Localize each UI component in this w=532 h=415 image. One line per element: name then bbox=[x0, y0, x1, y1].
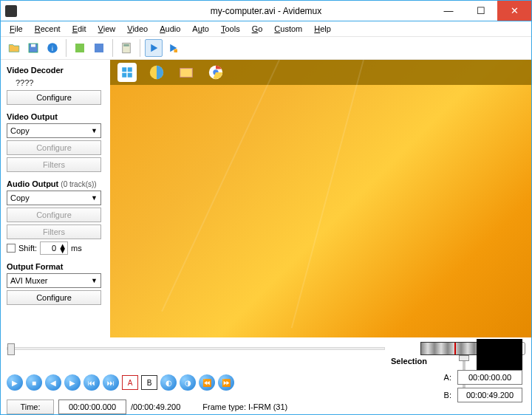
selection-title: Selection bbox=[391, 357, 522, 366]
menu-bar: File Recent Edit View Video Audio Auto T… bbox=[1, 21, 531, 36]
svg-rect-9 bbox=[122, 67, 126, 72]
open-icon[interactable] bbox=[5, 39, 23, 57]
menu-video[interactable]: Video bbox=[123, 24, 152, 34]
svg-text:i: i bbox=[52, 46, 53, 52]
output-format-title: Output Format bbox=[7, 262, 104, 271]
shift-unit: ms bbox=[71, 244, 82, 253]
play-icon[interactable] bbox=[145, 39, 163, 57]
svg-rect-1 bbox=[31, 44, 35, 47]
minimize-button[interactable]: — bbox=[432, 1, 465, 21]
video-configure-button[interactable]: Configure bbox=[7, 140, 101, 155]
audio-output-title: Audio Output (0 track(s)) bbox=[7, 179, 104, 188]
menu-custom[interactable]: Custom bbox=[270, 24, 307, 34]
video-output-title: Video Output bbox=[7, 112, 104, 121]
app-icon bbox=[5, 5, 17, 17]
browser-icon bbox=[147, 63, 166, 82]
video-preview bbox=[110, 60, 531, 337]
info-icon[interactable]: i bbox=[44, 39, 61, 57]
decoder-configure-button[interactable]: Configure bbox=[7, 90, 101, 105]
svg-rect-10 bbox=[128, 67, 132, 72]
video-filters-button[interactable]: Filters bbox=[7, 157, 101, 172]
folder-app-icon bbox=[177, 63, 196, 82]
time-button[interactable]: Time: bbox=[7, 399, 54, 414]
save-icon[interactable] bbox=[24, 39, 42, 57]
chrome-icon bbox=[206, 63, 225, 82]
format-configure-button[interactable]: Configure bbox=[7, 290, 101, 305]
next-keyframe-button[interactable]: ⏭ bbox=[103, 374, 119, 391]
menu-help[interactable]: Help bbox=[310, 24, 335, 34]
title-bar: my-computer.avi - Avidemux — ☐ ✕ bbox=[1, 1, 531, 21]
calculator-icon[interactable] bbox=[117, 39, 135, 57]
menu-edit[interactable]: Edit bbox=[68, 24, 91, 34]
menu-auto[interactable]: Auto bbox=[188, 24, 214, 34]
audio-configure-button[interactable]: Configure bbox=[7, 208, 101, 222]
play-button[interactable]: ▶ bbox=[7, 374, 23, 391]
svg-rect-7 bbox=[123, 44, 129, 47]
toolbar: i bbox=[1, 36, 531, 60]
selection-a-label: A: bbox=[444, 373, 451, 382]
time-current-field[interactable]: 00:00:00.000 bbox=[58, 399, 126, 414]
shift-spin[interactable]: 0▲▼ bbox=[40, 241, 68, 255]
shift-checkbox[interactable] bbox=[7, 244, 16, 253]
set-marker-b-button[interactable]: B bbox=[141, 375, 157, 390]
close-button[interactable]: ✕ bbox=[497, 1, 531, 21]
menu-go[interactable]: Go bbox=[248, 24, 267, 34]
play-filtered-icon[interactable] bbox=[164, 39, 182, 57]
prev-keyframe-button[interactable]: ⏮ bbox=[83, 374, 100, 391]
seek-slider[interactable] bbox=[7, 347, 385, 350]
set-marker-a-button[interactable]: A bbox=[122, 375, 138, 390]
menu-file[interactable]: File bbox=[5, 24, 27, 34]
svg-rect-12 bbox=[128, 73, 132, 78]
svg-rect-14 bbox=[180, 69, 193, 78]
load-script-icon[interactable] bbox=[71, 39, 89, 57]
next-frame-button[interactable]: ▶ bbox=[64, 374, 81, 391]
prev-black-button[interactable]: ◐ bbox=[160, 374, 177, 391]
window-title: my-computer.avi - Avidemux bbox=[211, 6, 322, 16]
prev-frame-button[interactable]: ◀ bbox=[45, 374, 61, 391]
menu-view[interactable]: View bbox=[94, 24, 120, 34]
svg-rect-4 bbox=[75, 44, 84, 52]
start-icon bbox=[117, 63, 137, 82]
selection-a-field[interactable]: 00:00:00.00 bbox=[457, 370, 522, 385]
frame-type-label: Frame type: bbox=[202, 402, 246, 411]
video-output-combo[interactable]: Copy▼ bbox=[7, 123, 101, 138]
menu-recent[interactable]: Recent bbox=[30, 24, 65, 34]
selection-b-field[interactable]: 00:00:49.200 bbox=[457, 388, 522, 402]
menu-tools[interactable]: Tools bbox=[216, 24, 245, 34]
frame-type-value: I-FRM (31) bbox=[248, 402, 287, 411]
goto-start-button[interactable]: ⏪ bbox=[199, 374, 215, 391]
save-script-icon[interactable] bbox=[90, 39, 108, 57]
time-total: /00:00:49.200 bbox=[131, 402, 180, 411]
shift-label: Shift: bbox=[18, 244, 37, 253]
audio-output-combo[interactable]: Copy▼ bbox=[7, 191, 101, 205]
stop-button[interactable]: ■ bbox=[26, 374, 42, 391]
svg-rect-5 bbox=[95, 44, 103, 52]
next-black-button[interactable]: ◑ bbox=[180, 374, 196, 391]
output-format-combo[interactable]: AVI Muxer▼ bbox=[7, 273, 101, 288]
audio-filters-button[interactable]: Filters bbox=[7, 224, 101, 239]
svg-rect-11 bbox=[122, 73, 126, 78]
goto-end-button[interactable]: ⏩ bbox=[218, 374, 234, 391]
menu-audio[interactable]: Audio bbox=[155, 24, 185, 34]
video-decoder-value: ???? bbox=[7, 77, 104, 90]
video-decoder-title: Video Decoder bbox=[7, 66, 104, 75]
maximize-button[interactable]: ☐ bbox=[465, 1, 497, 21]
svg-rect-8 bbox=[174, 49, 178, 53]
sidebar: Video Decoder ???? Configure Video Outpu… bbox=[1, 60, 110, 337]
selection-b-label: B: bbox=[444, 391, 451, 399]
